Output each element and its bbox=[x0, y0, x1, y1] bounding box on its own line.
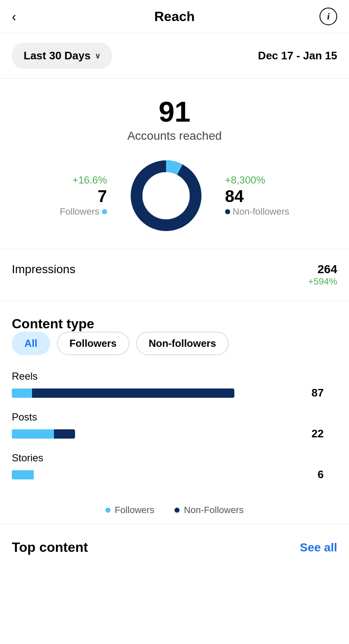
bar-posts: Posts 22 bbox=[12, 411, 337, 440]
bar-stories-value: 6 bbox=[305, 468, 324, 481]
bar-reels-nonfollowers bbox=[32, 389, 234, 398]
nonfollowers-label: Non-followers bbox=[225, 206, 290, 217]
impressions-pct: +594% bbox=[308, 276, 337, 287]
bar-reels-row: 87 bbox=[12, 386, 337, 399]
date-range-label: Dec 17 - Jan 15 bbox=[258, 49, 337, 62]
bar-posts-track bbox=[12, 429, 298, 439]
chevron-down-icon: ∨ bbox=[95, 51, 100, 61]
content-type-tabs: All Followers Non-followers bbox=[12, 332, 337, 355]
followers-pct: +16.6% bbox=[72, 174, 107, 186]
back-button[interactable]: ‹ bbox=[12, 10, 16, 23]
app-header: ‹ Reach i bbox=[0, 0, 349, 33]
chart-legend: Followers Non-Followers bbox=[0, 493, 349, 524]
donut-chart bbox=[128, 158, 204, 234]
nonfollowers-dot bbox=[225, 209, 230, 214]
donut-area: +16.6% 7 Followers +8,300% 84 Non-follow… bbox=[12, 158, 337, 234]
legend-nonfollowers-label: Non-Followers bbox=[184, 505, 244, 516]
info-button[interactable]: i bbox=[319, 8, 337, 25]
date-filter-button[interactable]: Last 30 Days ∨ bbox=[12, 43, 112, 69]
followers-dot bbox=[102, 209, 107, 214]
impressions-number: 264 bbox=[317, 263, 337, 276]
tab-all[interactable]: All bbox=[12, 332, 50, 355]
nonfollowers-stats: +8,300% 84 Non-followers bbox=[225, 174, 290, 217]
bar-posts-followers bbox=[12, 429, 54, 439]
followers-label: Followers bbox=[60, 206, 107, 217]
top-content-title: Top content bbox=[12, 540, 88, 555]
bar-posts-nonfollowers bbox=[54, 429, 75, 439]
bar-reels: Reels 87 bbox=[12, 370, 337, 399]
impressions-label: Impressions bbox=[12, 263, 75, 276]
bar-posts-value: 22 bbox=[305, 427, 324, 440]
content-type-section: Content type All Followers Non-followers… bbox=[0, 301, 349, 481]
legend-followers: Followers bbox=[105, 505, 154, 516]
filter-bar: Last 30 Days ∨ Dec 17 - Jan 15 bbox=[0, 33, 349, 79]
followers-stats: +16.6% 7 Followers bbox=[60, 174, 107, 217]
bar-reels-label: Reels bbox=[12, 370, 337, 382]
bar-stories-label: Stories bbox=[12, 452, 337, 464]
content-type-title: Content type bbox=[12, 316, 94, 331]
bar-stories-followers bbox=[12, 470, 34, 479]
bar-reels-followers bbox=[12, 389, 32, 398]
top-content-section: Top content See all bbox=[0, 524, 349, 570]
page-title: Reach bbox=[154, 9, 195, 24]
tab-followers[interactable]: Followers bbox=[57, 332, 129, 355]
legend-nonfollowers-dot bbox=[174, 508, 180, 513]
bar-reels-track bbox=[12, 389, 298, 398]
legend-followers-label: Followers bbox=[115, 505, 154, 516]
accounts-reached-section: 91 Accounts reached +16.6% 7 Followers +… bbox=[0, 79, 349, 249]
see-all-button[interactable]: See all bbox=[300, 541, 337, 554]
accounts-number: 91 bbox=[158, 97, 191, 126]
bar-stories: Stories 6 bbox=[12, 452, 337, 481]
date-filter-label: Last 30 Days bbox=[24, 49, 91, 62]
bar-stories-track bbox=[12, 470, 298, 479]
impressions-values: 264 +594% bbox=[308, 263, 337, 287]
accounts-label: Accounts reached bbox=[127, 129, 222, 143]
bar-posts-label: Posts bbox=[12, 411, 337, 423]
nonfollowers-pct: +8,300% bbox=[225, 174, 265, 186]
bar-reels-value: 87 bbox=[305, 386, 324, 399]
svg-point-2 bbox=[142, 172, 190, 219]
impressions-row: Impressions 264 +594% bbox=[0, 249, 349, 301]
nonfollowers-count: 84 bbox=[225, 188, 244, 205]
bar-stories-row: 6 bbox=[12, 468, 337, 481]
tab-nonfollowers[interactable]: Non-followers bbox=[136, 332, 229, 355]
legend-followers-dot bbox=[105, 508, 110, 513]
followers-count: 7 bbox=[98, 188, 107, 205]
legend-nonfollowers: Non-Followers bbox=[174, 505, 244, 516]
bar-posts-row: 22 bbox=[12, 427, 337, 440]
